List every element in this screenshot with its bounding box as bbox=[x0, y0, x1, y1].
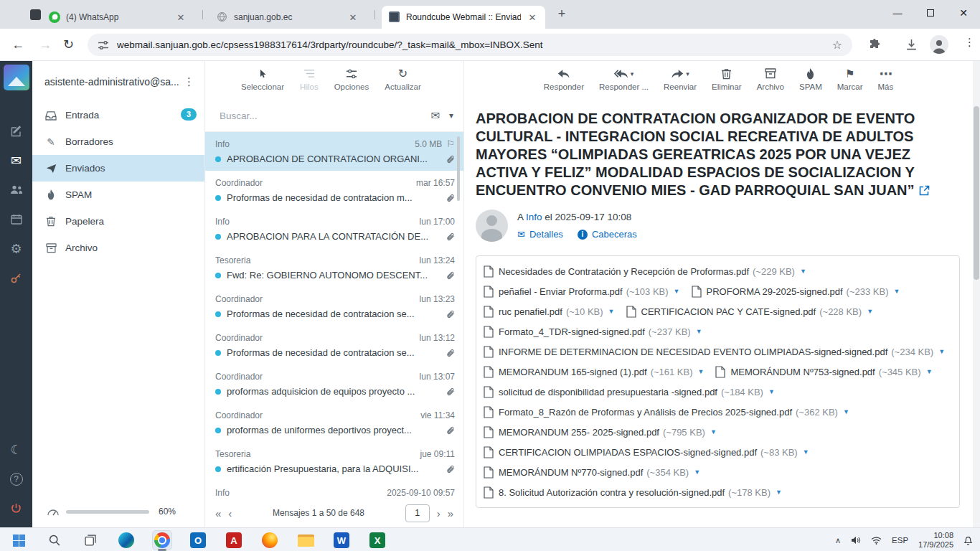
excel-icon[interactable]: X bbox=[367, 530, 387, 550]
firefox-icon[interactable] bbox=[260, 530, 280, 550]
pinned-tab-icon[interactable] bbox=[30, 9, 41, 20]
tab-whatsapp[interactable]: (4) WhatsApp ✕ bbox=[42, 6, 194, 29]
attachment-item[interactable]: PROFORMA 29-2025-signed.pdf (~233 KB) ▼ bbox=[692, 281, 900, 301]
tray-expand-icon[interactable]: ∧ bbox=[835, 536, 841, 545]
attachment-menu-chevron-icon[interactable]: ▼ bbox=[893, 288, 900, 295]
attachment-item[interactable]: CERTIFICACION PAC Y CATE-signed.pdf (~22… bbox=[626, 301, 874, 321]
sidebar-item-archivo[interactable]: Archivo bbox=[32, 235, 204, 261]
browser-profile-avatar[interactable] bbox=[930, 35, 948, 54]
tab-close-icon[interactable]: ✕ bbox=[527, 12, 538, 23]
search-options-chevron-icon[interactable]: ▾ bbox=[449, 110, 453, 121]
network-wifi-icon[interactable] bbox=[871, 537, 882, 545]
reload-button[interactable]: ↻ bbox=[63, 37, 74, 52]
back-button[interactable]: ← bbox=[11, 37, 24, 52]
attachment-name[interactable]: MEMORANDUM 165-signed (1).pdf bbox=[499, 367, 647, 377]
settings-gear-icon[interactable]: ⚙ bbox=[0, 234, 32, 263]
tab-close-icon[interactable]: ✕ bbox=[175, 12, 187, 23]
attachment-menu-chevron-icon[interactable]: ▼ bbox=[803, 448, 809, 456]
attachment-menu-chevron-icon[interactable]: ▼ bbox=[938, 348, 945, 355]
headers-link[interactable]: i Cabeceras bbox=[578, 229, 637, 240]
password-key-icon[interactable] bbox=[0, 263, 32, 293]
attachment-item[interactable]: 8. Solicitud Autorización contra y resol… bbox=[484, 482, 782, 502]
sidebar-item-papelera[interactable]: Papelera bbox=[32, 208, 204, 235]
attachment-menu-chevron-icon[interactable]: ▼ bbox=[608, 308, 615, 315]
refresh-button[interactable]: ↻ Actualizar bbox=[385, 67, 421, 91]
attachment-item[interactable]: ruc penafiel.pdf (~10 KB) ▼ bbox=[484, 301, 615, 321]
more-button[interactable]: ⋯ Más bbox=[878, 67, 894, 100]
task-view-icon[interactable] bbox=[80, 530, 100, 550]
message-list-item[interactable]: Coordinador mar 16:57 ⚐ Proformas de nec… bbox=[205, 171, 463, 209]
select-button[interactable]: Seleccionar bbox=[241, 67, 284, 91]
attachment-menu-chevron-icon[interactable]: ▼ bbox=[698, 368, 705, 375]
attachment-name[interactable]: CERTIFICACION OLIMPIADAS ESPACIOS-signed… bbox=[499, 447, 757, 458]
attachment-item[interactable]: MEMORANDUM 255- 2025-signed.pdf (~795 KB… bbox=[484, 422, 717, 442]
attachment-item[interactable]: INFORME DE DETERMINACION DE NECESIDAD EV… bbox=[484, 342, 945, 362]
attachment-name[interactable]: INFORME DE DETERMINACION DE NECESIDAD EV… bbox=[499, 347, 887, 357]
archive-button[interactable]: Archivo bbox=[757, 67, 784, 100]
window-close-button[interactable]: ✕ bbox=[947, 0, 980, 26]
recipient-link[interactable]: Info bbox=[526, 212, 542, 222]
volume-icon[interactable] bbox=[851, 536, 861, 545]
compose-icon[interactable] bbox=[0, 116, 32, 146]
logout-power-icon[interactable] bbox=[0, 494, 32, 523]
chrome-icon[interactable] bbox=[152, 530, 172, 550]
file-explorer-icon[interactable] bbox=[296, 530, 316, 550]
reply-all-button[interactable]: ▾ Responder ... bbox=[599, 67, 649, 100]
attachment-item[interactable]: solicitud de disponibilidad presupuestar… bbox=[484, 382, 775, 402]
attachment-name[interactable]: PROFORMA 29-2025-signed.pdf bbox=[707, 286, 843, 297]
page-scrollbar[interactable] bbox=[973, 61, 980, 527]
window-maximize-button[interactable] bbox=[914, 0, 947, 26]
acrobat-icon[interactable]: A bbox=[224, 530, 244, 550]
attachment-name[interactable]: MEMORANDUM 255- 2025-signed.pdf bbox=[499, 427, 659, 438]
dropdown-caret-icon[interactable]: ▾ bbox=[686, 70, 689, 77]
browser-menu-icon[interactable]: ⋮ bbox=[964, 36, 975, 49]
calendar-icon[interactable] bbox=[0, 204, 32, 234]
attachment-name[interactable]: ruc penafiel.pdf bbox=[499, 306, 562, 317]
message-list-item[interactable]: Coordinador lun 13:12 ⚐ Proformas de nec… bbox=[205, 326, 463, 364]
attachment-item[interactable]: MEMORANDUM 165-signed (1).pdf (~161 KB) … bbox=[484, 362, 704, 382]
bookmark-star-icon[interactable]: ☆ bbox=[832, 38, 842, 52]
sidebar-item-borradores[interactable]: ✎ Borradores bbox=[32, 128, 204, 155]
sidebar-item-entrada[interactable]: Entrada 3 bbox=[32, 102, 204, 128]
attachment-name[interactable]: Formato_8_Razón de Proformas y Análisis … bbox=[499, 407, 792, 418]
reply-button[interactable]: Responder bbox=[544, 67, 584, 100]
message-list-item[interactable]: Info 5.0 MB ⚐ APROBACION DE CONTRATACION… bbox=[205, 132, 463, 171]
forward-button[interactable]: → bbox=[39, 37, 52, 52]
attachment-menu-chevron-icon[interactable]: ▼ bbox=[694, 468, 700, 476]
last-page-icon[interactable]: » bbox=[448, 508, 453, 519]
attachment-item[interactable]: MEMORÁNDUM Nº770-signed.pdf (~354 KB) ▼ bbox=[484, 462, 700, 482]
page-input[interactable] bbox=[405, 504, 430, 522]
attachment-name[interactable]: Formato_4_TDR-signed-signed.pdf bbox=[499, 326, 645, 337]
new-tab-button[interactable]: + bbox=[554, 6, 570, 22]
taskbar-clock[interactable]: 10:08 17/9/2025 bbox=[918, 531, 953, 550]
tab-close-icon[interactable]: ✕ bbox=[347, 12, 359, 23]
attachment-menu-chevron-icon[interactable]: ▼ bbox=[710, 428, 717, 435]
message-list-item[interactable]: Tesoreria lun 13:24 ⚐ Fwd: Re: GOBIERNO … bbox=[205, 248, 463, 287]
attachment-menu-chevron-icon[interactable]: ▼ bbox=[926, 368, 933, 375]
attachment-menu-chevron-icon[interactable]: ▼ bbox=[696, 328, 702, 335]
dark-mode-moon-icon[interactable]: ☾ bbox=[0, 435, 32, 464]
mail-section-icon[interactable]: ✉ bbox=[0, 146, 32, 175]
attachment-item[interactable]: Formato_8_Razón de Proformas y Análisis … bbox=[484, 402, 849, 422]
search-scope-mail-icon[interactable]: ✉ bbox=[430, 109, 440, 122]
sidebar-item-spam[interactable]: SPAM bbox=[32, 182, 204, 208]
attachment-name[interactable]: MEMORÁNDUM Nº753-signed.pdf bbox=[730, 367, 875, 377]
attachment-name[interactable]: CERTIFICACION PAC Y CATE-signed.pdf bbox=[641, 306, 816, 317]
message-list-item[interactable]: Coordinador lun 13:23 ⚐ Proformas de nec… bbox=[205, 287, 463, 326]
prev-page-icon[interactable]: ‹ bbox=[228, 508, 232, 519]
first-page-icon[interactable]: « bbox=[215, 508, 221, 519]
list-scrollbar[interactable] bbox=[457, 136, 460, 201]
outlook-icon[interactable]: O bbox=[188, 530, 208, 550]
attachment-menu-chevron-icon[interactable]: ▼ bbox=[768, 388, 775, 395]
sidebar-item-enviados[interactable]: Enviados bbox=[32, 155, 204, 182]
page-scrollbar-thumb[interactable] bbox=[974, 106, 979, 280]
attachment-menu-chevron-icon[interactable]: ▼ bbox=[800, 268, 806, 275]
attachment-item[interactable]: peñafiel - Enviar Proforma.pdf (~103 KB)… bbox=[484, 281, 680, 301]
url-bar[interactable]: webmail.sanjuan.gob.ec/cpsess1988317614/… bbox=[88, 34, 852, 56]
contacts-icon[interactable] bbox=[0, 175, 32, 204]
options-button[interactable]: Opciones bbox=[334, 67, 369, 91]
message-list-item[interactable]: Coordinador vie 11:34 ⚐ proformas de uni… bbox=[205, 403, 463, 442]
attachment-name[interactable]: 8. Solicitud Autorización contra y resol… bbox=[499, 487, 725, 498]
mark-button[interactable]: ⚑ Marcar bbox=[837, 67, 863, 100]
window-minimize-button[interactable]: — bbox=[881, 0, 914, 26]
